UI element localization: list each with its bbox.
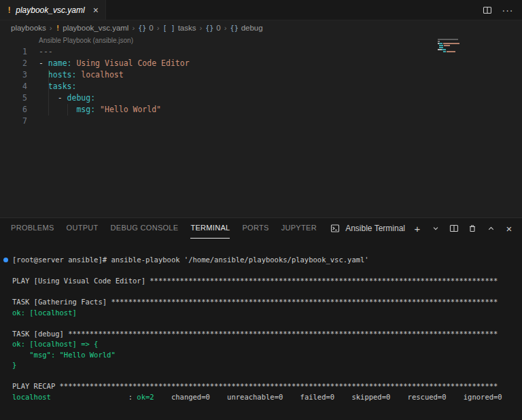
terminal-icon: [329, 222, 341, 235]
terminal-line: }: [0, 360, 522, 371]
split-editor-icon[interactable]: [481, 3, 493, 17]
split-terminal-icon[interactable]: [448, 222, 460, 235]
tab-close-icon[interactable]: ×: [93, 5, 99, 15]
code-text: - debug:: [39, 92, 95, 104]
line-number: 3: [0, 69, 27, 81]
tab-playbook-vsc-yaml[interactable]: ! playbook_vsc.yaml ×: [0, 0, 106, 20]
code-text: ---: [39, 46, 53, 58]
editor-line[interactable]: 6 msg: "Hello World": [0, 104, 522, 116]
line-number: 1: [0, 46, 27, 58]
bottom-panel: PROBLEMSOUTPUTDEBUG CONSOLETERMINALPORTS…: [0, 217, 522, 420]
maximize-panel-chevron-up-icon[interactable]: [485, 222, 497, 235]
terminal-line: ok: [localhost] => {: [0, 339, 522, 350]
terminal-line: PLAY [Using Visual Code Editor] ********…: [0, 276, 522, 287]
close-panel-icon[interactable]: ×: [503, 222, 515, 235]
terminal-profile-label: Ansible Terminal: [345, 224, 405, 233]
panel-tab-debug-console[interactable]: DEBUG CONSOLE: [111, 218, 179, 239]
indent-guide: [48, 69, 49, 116]
panel-tab-ports[interactable]: PORTS: [242, 218, 268, 239]
panel-tab-bar: PROBLEMSOUTPUTDEBUG CONSOLETERMINALPORTS…: [11, 218, 317, 239]
breadcrumb-separator: ›: [199, 24, 202, 32]
vscode-window: ! playbook_vsc.yaml × ··· playbooks›!pla…: [0, 0, 522, 420]
editor-actions: ···: [481, 0, 522, 20]
ansible-icon: !: [56, 24, 60, 33]
panel-tab-terminal[interactable]: TERMINAL: [190, 218, 230, 239]
tab-title: playbook_vsc.yaml: [16, 5, 84, 15]
panel-tab-output[interactable]: OUTPUT: [67, 218, 99, 239]
editor-line[interactable]: 5 - debug:: [0, 92, 522, 104]
code-text: hosts: localhost: [39, 69, 124, 81]
breadcrumb-item-label: 0: [216, 24, 220, 32]
line-number: 5: [0, 92, 27, 104]
breadcrumb-item[interactable]: !playbook_vsc.yaml: [56, 24, 129, 33]
terminal-line: TASK [debug] ***************************…: [0, 329, 522, 340]
breadcrumb-item[interactable]: {}0: [138, 24, 153, 32]
breadcrumb-item[interactable]: playbooks: [11, 24, 46, 32]
ansible-file-icon: !: [7, 5, 12, 15]
panel-actions: Ansible Terminal + ×: [329, 222, 515, 235]
minimap[interactable]: [438, 38, 487, 54]
breadcrumb-item-label: 0: [149, 24, 153, 32]
symbol-object-icon: {}: [230, 24, 239, 32]
terminal-line: [0, 318, 522, 329]
editor-area[interactable]: Ansible Playbook (ansible.json) 1---2- n…: [0, 35, 522, 217]
breadcrumb-separator: ›: [50, 24, 52, 32]
terminal-line: PLAY RECAP *****************************…: [0, 381, 522, 392]
symbol-array-icon: [ ]: [163, 24, 175, 32]
editor-lines: 1---2- name: Using Visual Code Editor3 h…: [0, 46, 522, 127]
panel-tab-problems[interactable]: PROBLEMS: [11, 218, 54, 239]
breadcrumb-item[interactable]: [ ]tasks: [163, 24, 196, 32]
editor-line[interactable]: 3 hosts: localhost: [0, 69, 522, 81]
terminal-line: "msg": "Hello World": [0, 350, 522, 361]
breadcrumb-item-label: tasks: [178, 24, 196, 32]
breadcrumb-separator: ›: [132, 24, 135, 32]
terminal-line: localhost : ok=2 changed=0 unreachable=0…: [0, 392, 522, 403]
line-number: 2: [0, 58, 27, 69]
more-actions-icon[interactable]: ···: [502, 3, 514, 17]
terminal-line: [root@server ansible]# ansible-playbook …: [0, 255, 522, 266]
line-number: 7: [0, 116, 27, 127]
terminal-output[interactable]: [root@server ansible]# ansible-playbook …: [0, 239, 522, 420]
code-text: msg: "Hello World": [39, 104, 161, 116]
breadcrumb-item-label: debug: [241, 24, 263, 32]
editor-line[interactable]: 4 tasks:: [0, 81, 522, 92]
symbol-object-icon: {}: [205, 24, 213, 32]
breadcrumb-item[interactable]: {}debug: [230, 24, 263, 32]
breadcrumb-item-label: playbooks: [11, 24, 46, 32]
breadcrumb-separator: ›: [157, 24, 160, 32]
kill-terminal-trash-icon[interactable]: [466, 222, 478, 235]
code-text: tasks:: [39, 81, 76, 92]
line-number: 4: [0, 81, 27, 92]
line-number: 6: [0, 104, 27, 116]
terminal-line: [0, 371, 522, 382]
code-text: - name: Using Visual Code Editor: [39, 58, 190, 69]
editor-line[interactable]: 2- name: Using Visual Code Editor: [0, 58, 522, 69]
editor-tab-bar: ! playbook_vsc.yaml × ···: [0, 0, 522, 20]
terminal-line: [0, 266, 522, 277]
breadcrumb: playbooks›!playbook_vsc.yaml›{}0›[ ]task…: [0, 20, 522, 35]
new-terminal-icon[interactable]: +: [411, 222, 423, 235]
minimap-line: [438, 52, 487, 54]
terminal-dropdown-chevron-icon[interactable]: [430, 222, 442, 235]
terminal-profile-selector[interactable]: Ansible Terminal: [329, 222, 405, 235]
indent-guide: [67, 104, 68, 116]
breadcrumb-item-label: playbook_vsc.yaml: [63, 24, 128, 32]
editor-line[interactable]: 7: [0, 116, 522, 127]
panel-tab-jupyter[interactable]: JUPYTER: [281, 218, 317, 239]
breadcrumb-item[interactable]: {}0: [205, 24, 220, 32]
terminal-line: ok: [localhost]: [0, 308, 522, 319]
panel-header: PROBLEMSOUTPUTDEBUG CONSOLETERMINALPORTS…: [0, 218, 522, 239]
terminal-line: TASK [Gathering Facts] *****************…: [0, 297, 522, 308]
terminal-line: [0, 287, 522, 298]
symbol-object-icon: {}: [138, 24, 146, 32]
breadcrumb-separator: ›: [224, 24, 227, 32]
command-decoration-icon[interactable]: [3, 258, 8, 262]
